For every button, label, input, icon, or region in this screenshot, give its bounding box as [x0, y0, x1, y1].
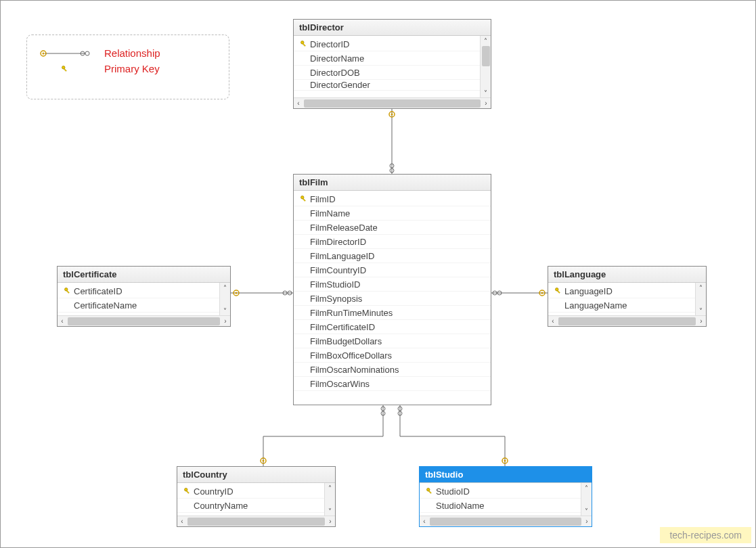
table-row[interactable]: FilmLanguageID	[294, 249, 491, 263]
svg-point-14	[236, 292, 238, 294]
scroll-left-icon[interactable]: ‹	[548, 316, 558, 326]
legend-primary-key-label: Primary Key	[104, 63, 160, 74]
table-row[interactable]: FilmBudgetDollars	[294, 334, 491, 348]
column-name: CertificateID	[74, 286, 217, 296]
svg-rect-33	[303, 198, 305, 201]
table-film[interactable]: tblFilm FilmID FilmName FilmReleaseDate …	[293, 174, 491, 405]
table-row[interactable]: FilmCertificateID	[294, 320, 491, 334]
scroll-left-icon[interactable]: ‹	[177, 516, 187, 526]
svg-point-13	[234, 290, 239, 296]
table-row[interactable]: FilmOscarNominations	[294, 363, 491, 377]
table-row[interactable]: FilmReleaseDate	[294, 221, 491, 235]
table-row[interactable]: CountryName	[177, 499, 324, 513]
column-name: CertificateName	[74, 300, 217, 311]
table-row[interactable]: FilmDirectorID	[294, 235, 491, 249]
table-row[interactable]: DirectorName	[294, 51, 480, 66]
scroll-down-icon[interactable]: ˅	[696, 306, 706, 315]
table-row[interactable]: CountryID	[177, 484, 324, 499]
column-name: LanguageName	[564, 300, 692, 311]
table-row[interactable]: FilmSynopsis	[294, 292, 491, 306]
table-row[interactable]: FilmID	[294, 192, 491, 206]
table-country[interactable]: tblCountry ˄ ˅ CountryID CountryName ‹	[177, 466, 336, 527]
table-row[interactable]: LanguageID	[548, 284, 695, 298]
scrollbar-horizontal[interactable]: ‹ ›	[177, 516, 335, 526]
table-language-header[interactable]: tblLanguage	[548, 267, 706, 283]
scrollbar-horizontal[interactable]: ‹ ›	[294, 97, 491, 108]
scroll-right-icon[interactable]: ›	[481, 98, 491, 108]
table-row[interactable]: FilmName	[294, 206, 491, 221]
scroll-up-icon[interactable]: ˄	[220, 283, 230, 292]
column-name: FilmCountryID	[310, 265, 488, 275]
scroll-up-icon[interactable]: ˄	[481, 36, 491, 45]
scroll-down-icon[interactable]: ˅	[325, 506, 335, 516]
scroll-left-icon[interactable]: ‹	[420, 516, 429, 526]
scroll-up-icon[interactable]: ˄	[325, 483, 335, 493]
scrollbar-vertical[interactable]: ˄ ˅	[480, 36, 491, 97]
scrollbar-horizontal[interactable]: ‹ ›	[58, 315, 230, 326]
table-row[interactable]: StudioName	[420, 499, 581, 513]
table-row[interactable]: DirectorID	[294, 37, 480, 51]
table-director-header[interactable]: tblDirector	[294, 20, 491, 36]
svg-rect-37	[557, 290, 560, 293]
svg-point-18	[539, 290, 545, 296]
svg-point-2	[43, 52, 45, 54]
table-director[interactable]: tblDirector ˄ ˅ DirectorID DirectorName	[293, 19, 491, 109]
svg-point-25	[381, 407, 385, 411]
svg-point-22	[261, 458, 266, 463]
legend-row-relationship: Relationship	[38, 47, 218, 59]
column-name: CountryName	[194, 501, 321, 511]
relationship-symbol	[38, 49, 92, 58]
scroll-left-icon[interactable]: ‹	[294, 98, 303, 108]
table-certificate-body: ˄ ˅ CertificateID CertificateName ‹ ›	[58, 283, 230, 326]
table-row[interactable]: FilmStudioID	[294, 277, 491, 292]
scroll-left-icon[interactable]: ‹	[58, 316, 67, 326]
table-row[interactable]: DirectorGender	[294, 80, 480, 91]
primary-key-symbol	[38, 65, 92, 73]
column-name: FilmSynopsis	[310, 294, 488, 304]
scroll-down-icon[interactable]: ˅	[220, 306, 230, 315]
table-row[interactable]: CertificateName	[58, 298, 219, 313]
svg-point-23	[263, 460, 265, 462]
svg-rect-31	[303, 43, 305, 46]
table-studio[interactable]: tblStudio ˄ ˅ StudioID StudioName ‹ ›	[419, 466, 592, 527]
scroll-up-icon[interactable]: ˄	[696, 283, 706, 292]
column-name: LanguageID	[564, 286, 692, 296]
scrollbar-vertical[interactable]: ˄ ˅	[324, 483, 335, 516]
table-row[interactable]: FilmCountryID	[294, 263, 491, 277]
scroll-down-icon[interactable]: ˅	[581, 506, 592, 516]
column-name: FilmBudgetDollars	[310, 336, 488, 346]
table-row[interactable]: FilmBoxOfficeDollars	[294, 348, 491, 363]
column-name: DirectorGender	[310, 80, 477, 90]
scrollbar-horizontal[interactable]: ‹ ›	[420, 516, 592, 526]
relationship-country-film	[261, 405, 385, 466]
scrollbar-vertical[interactable]: ˄ ˅	[581, 483, 592, 516]
scrollbar-vertical[interactable]: ˄ ˅	[219, 283, 230, 315]
legend-row-primary-key: Primary Key	[38, 63, 218, 74]
watermark-label: tech-recipes.com	[660, 527, 751, 543]
table-row[interactable]: CertificateID	[58, 284, 219, 298]
scroll-right-icon[interactable]: ›	[582, 516, 592, 526]
scroll-up-icon[interactable]: ˄	[581, 483, 592, 493]
column-name: DirectorName	[310, 53, 477, 64]
table-film-header[interactable]: tblFilm	[294, 175, 491, 191]
scroll-right-icon[interactable]: ›	[696, 316, 706, 326]
table-certificate-header[interactable]: tblCertificate	[58, 267, 230, 283]
table-row[interactable]: FilmOscarWins	[294, 377, 491, 391]
table-row[interactable]: StudioID	[420, 484, 581, 499]
table-row[interactable]: LanguageName	[548, 298, 695, 313]
svg-point-26	[502, 458, 508, 463]
column-name: FilmCertificateID	[310, 322, 488, 332]
table-row[interactable]: DirectorDOB	[294, 66, 480, 80]
table-country-header[interactable]: tblCountry	[177, 467, 335, 483]
table-studio-header[interactable]: tblStudio	[420, 467, 592, 483]
scrollbar-horizontal[interactable]: ‹ ›	[548, 315, 706, 326]
scroll-down-icon[interactable]: ˅	[481, 88, 491, 97]
table-row[interactable]: FilmRunTimeMinutes	[294, 306, 491, 320]
scroll-right-icon[interactable]: ›	[221, 316, 230, 326]
table-certificate[interactable]: tblCertificate ˄ ˅ CertificateID Certifi…	[57, 266, 231, 327]
table-studio-body: ˄ ˅ StudioID StudioName ‹ ›	[420, 483, 592, 526]
table-language[interactable]: tblLanguage ˄ ˅ LanguageID LanguageName …	[548, 266, 707, 327]
scrollbar-vertical[interactable]: ˄ ˅	[695, 283, 706, 315]
column-name: DirectorDOB	[310, 68, 477, 78]
scroll-right-icon[interactable]: ›	[326, 516, 335, 526]
